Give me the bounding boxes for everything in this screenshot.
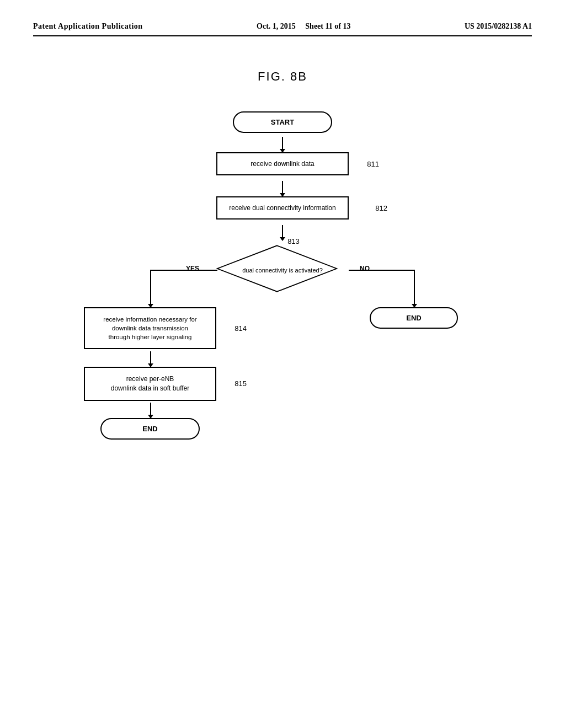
- step-815-shape: receive per-eNB downlink data in soft bu…: [84, 367, 216, 401]
- v-line-yes-to-814: [150, 270, 151, 307]
- arrow-814-to-815: [150, 351, 151, 367]
- step-814-container: receive information necessary for downli…: [84, 307, 216, 349]
- arrow-815-to-end: [150, 403, 151, 418]
- no-label: NO: [360, 265, 370, 272]
- step-811-shape: receive downlink data: [216, 152, 349, 175]
- yes-label: YES: [186, 265, 199, 272]
- header-date-sheet: Oct. 1, 2015 Sheet 11 of 13: [257, 22, 350, 31]
- h-line-no: [349, 270, 415, 271]
- end-shape-right: END: [370, 307, 458, 329]
- h-line-yes: [150, 270, 217, 271]
- step-814-num: 814: [234, 324, 247, 333]
- end-shape-bottom: END: [100, 418, 200, 440]
- header-patent-number: US 2015/0282138 A1: [465, 22, 532, 31]
- step-811-label: receive downlink data: [250, 160, 314, 168]
- diamond-text: dual connectivity is activated?: [238, 266, 327, 274]
- arrow-811-to-812: [282, 181, 283, 196]
- v-line-no-to-end: [414, 270, 415, 307]
- step-812-label: receive dual connectivity information: [229, 204, 335, 212]
- figure-title: FIG. 8B: [33, 69, 532, 84]
- header-publication-label: Patent Application Publication: [33, 22, 143, 31]
- page: Patent Application Publication Oct. 1, 2…: [0, 0, 565, 728]
- diamond-813: dual connectivity is activated?: [216, 244, 349, 296]
- header-sheet: Sheet 11 of 13: [305, 22, 350, 30]
- end-label-bottom: END: [142, 425, 157, 433]
- flowchart-diagram: START receive downlink data 811 receive …: [89, 111, 476, 497]
- end-label-right: END: [406, 314, 421, 322]
- step-812-num: 812: [375, 204, 387, 212]
- step-812-shape: receive dual connectivity information: [216, 196, 349, 220]
- step-815-num: 815: [234, 379, 247, 388]
- step-815-label: receive per-eNB downlink data in soft bu…: [111, 374, 190, 393]
- step-814-label: receive information necessary for downli…: [103, 315, 196, 341]
- step-814-shape: receive information necessary for downli…: [84, 307, 216, 349]
- step-811-container: receive downlink data 811: [216, 152, 349, 175]
- step-815-container: receive per-eNB downlink data in soft bu…: [84, 367, 216, 401]
- page-header: Patent Application Publication Oct. 1, 2…: [33, 22, 532, 36]
- start-shape: START: [233, 111, 332, 133]
- step-812-container: receive dual connectivity information 81…: [208, 196, 357, 220]
- step-811-num: 811: [367, 160, 379, 168]
- arrow-start-to-811: [282, 137, 283, 152]
- header-date: Oct. 1, 2015: [257, 22, 296, 30]
- start-label: START: [271, 118, 294, 126]
